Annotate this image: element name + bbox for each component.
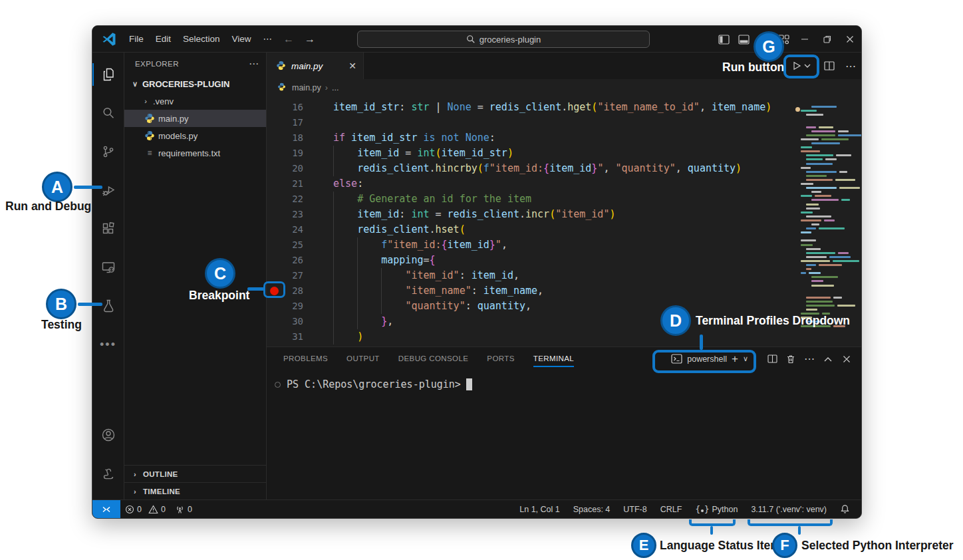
- minimap-line: [801, 239, 816, 241]
- code-line[interactable]: 27 "item_id": item_id,: [267, 268, 861, 283]
- panel-more-actions-icon[interactable]: ⋯: [800, 347, 819, 370]
- annotation-c-circle: C: [205, 258, 235, 289]
- back-arrow-icon[interactable]: ←: [278, 33, 299, 45]
- editor-more-actions-icon[interactable]: ⋯: [840, 53, 861, 79]
- explorer-more-icon[interactable]: ⋯: [249, 58, 259, 70]
- language-status-item[interactable]: {} Python: [690, 504, 742, 514]
- menu-edit[interactable]: Edit: [150, 26, 177, 53]
- tree-item-models-py[interactable]: models.py: [124, 127, 266, 144]
- language-status-icon: {}: [695, 504, 709, 514]
- terminal-content[interactable]: PS C:\Repos\groceries-plugin>: [267, 370, 861, 499]
- code-line[interactable]: 24 redis_client.hset(: [267, 222, 861, 237]
- minimap[interactable]: [797, 96, 857, 347]
- tree-root-folder[interactable]: ∨ GROCERIES-PLUGIN: [124, 75, 266, 92]
- restore-icon[interactable]: [816, 26, 839, 53]
- remote-indicator[interactable]: [92, 500, 120, 519]
- timeline-section[interactable]: › TIMELINE: [124, 482, 266, 499]
- code-line[interactable]: 16item_id_str: str | None = redis_client…: [267, 100, 861, 115]
- minimap-line: [806, 305, 835, 307]
- kill-terminal-icon[interactable]: [781, 347, 800, 370]
- tab-main-py[interactable]: main.py ✕: [267, 53, 364, 79]
- minimize-icon[interactable]: [793, 26, 816, 53]
- encoding-status[interactable]: UTF-8: [619, 505, 651, 514]
- line-number: 26: [267, 253, 303, 268]
- minimap-marker: [795, 107, 800, 112]
- annotation-d-circle: D: [660, 305, 691, 336]
- layout-sidebar-left-icon[interactable]: [714, 26, 734, 53]
- menu-file[interactable]: File: [123, 26, 150, 53]
- layout-panel-icon[interactable]: [734, 26, 754, 53]
- breadcrumb-file[interactable]: main.py: [292, 83, 321, 92]
- annotation-f-circle: F: [772, 533, 797, 558]
- indentation-status[interactable]: Spaces: 4: [569, 505, 615, 514]
- panel-tab-output[interactable]: OUTPUT: [346, 347, 380, 370]
- menu-more[interactable]: ⋯: [257, 26, 279, 53]
- code-line[interactable]: 23 item_id: int = redis_client.incr("ite…: [267, 207, 861, 222]
- minimap-line: [833, 297, 842, 299]
- split-terminal-icon[interactable]: [763, 347, 781, 370]
- notifications-bell-icon[interactable]: [835, 504, 855, 514]
- tree-item-main-py[interactable]: main.py: [124, 110, 266, 127]
- menu-selection[interactable]: Selection: [177, 26, 226, 53]
- ports-status[interactable]: 0: [170, 505, 197, 514]
- breadcrumb[interactable]: main.py › ...: [267, 79, 861, 96]
- tree-item-requirements-txt[interactable]: ≡ requirements.txt: [124, 144, 266, 162]
- accounts-icon[interactable]: [92, 418, 124, 452]
- code-line[interactable]: 20 redis_client.hincrby(f"item_id:{item_…: [267, 161, 861, 176]
- close-panel-icon[interactable]: [837, 347, 856, 370]
- split-editor-icon[interactable]: [819, 53, 840, 79]
- extensions-icon[interactable]: [92, 212, 124, 245]
- testing-icon[interactable]: [92, 289, 124, 323]
- close-tab-icon[interactable]: ✕: [348, 61, 356, 71]
- panel-tab-ports[interactable]: PORTS: [487, 347, 514, 370]
- code-editor[interactable]: 16item_id_str: str | None = redis_client…: [267, 96, 861, 347]
- panel-tab-debug-console[interactable]: DEBUG CONSOLE: [398, 347, 469, 370]
- forward-arrow-icon[interactable]: →: [299, 33, 321, 45]
- minimap-line: [806, 248, 821, 250]
- minimap-line: [811, 106, 837, 108]
- code-line[interactable]: 29 "quantity": quantity,: [267, 299, 861, 314]
- code-line[interactable]: 28 "item_name": item_name,: [267, 283, 861, 299]
- annotation-e-circle: E: [631, 533, 656, 558]
- minimap-line: [806, 208, 820, 210]
- code-line[interactable]: 26 mapping={: [267, 253, 861, 268]
- close-window-icon[interactable]: [839, 26, 861, 53]
- python-interpreter-status[interactable]: 3.11.7 ('.venv': venv): [746, 505, 831, 514]
- command-center-search[interactable]: groceries-plugin: [357, 31, 650, 48]
- run-and-debug-icon[interactable]: [92, 174, 124, 207]
- line-number: 20: [267, 161, 303, 176]
- breadcrumb-symbol[interactable]: ...: [332, 83, 339, 92]
- annotation-a-circle: A: [42, 172, 72, 202]
- search-sidebar-icon[interactable]: [92, 96, 124, 130]
- panel-tab-problems[interactable]: PROBLEMS: [283, 347, 328, 370]
- menu-view[interactable]: View: [226, 26, 257, 53]
- code-line[interactable]: 17: [267, 115, 861, 130]
- source-control-icon[interactable]: [92, 135, 124, 168]
- code-line[interactable]: 25 f"item_id:{item_id}",: [267, 237, 861, 253]
- maximize-panel-icon[interactable]: [819, 347, 837, 370]
- minimap-line: [806, 163, 833, 165]
- code-line[interactable]: 31 ): [267, 329, 861, 345]
- code-line[interactable]: 18if item_id_str is not None:: [267, 130, 861, 146]
- panel-tab-terminal[interactable]: TERMINAL: [533, 347, 574, 370]
- cursor-position-status[interactable]: Ln 1, Col 1: [515, 505, 564, 514]
- terminal-panel: PROBLEMS OUTPUT DEBUG CONSOLE PORTS TERM…: [267, 347, 861, 499]
- snake-extension-icon[interactable]: [92, 457, 124, 490]
- remote-explorer-icon[interactable]: [92, 251, 124, 284]
- problems-status[interactable]: 0 0: [120, 505, 170, 514]
- chevron-right-icon: ›: [131, 488, 139, 495]
- outline-section[interactable]: › OUTLINE: [124, 465, 266, 482]
- line-number: 29: [267, 299, 303, 314]
- minimap-line: [806, 158, 823, 160]
- more-views-icon[interactable]: •••: [92, 328, 124, 361]
- code-line[interactable]: 22 # Generate an id for the item: [267, 192, 861, 207]
- minimap-line: [801, 138, 819, 140]
- explorer-icon[interactable]: [92, 58, 124, 91]
- remote-icon: [101, 504, 112, 515]
- minimap-line: [815, 195, 831, 197]
- minimap-line: [839, 187, 861, 189]
- code-line[interactable]: 19 item_id = int(item_id_str): [267, 146, 861, 161]
- code-line[interactable]: 21else:: [267, 176, 861, 192]
- eol-status[interactable]: CRLF: [656, 505, 687, 514]
- tree-item-venv[interactable]: › .venv: [124, 92, 266, 110]
